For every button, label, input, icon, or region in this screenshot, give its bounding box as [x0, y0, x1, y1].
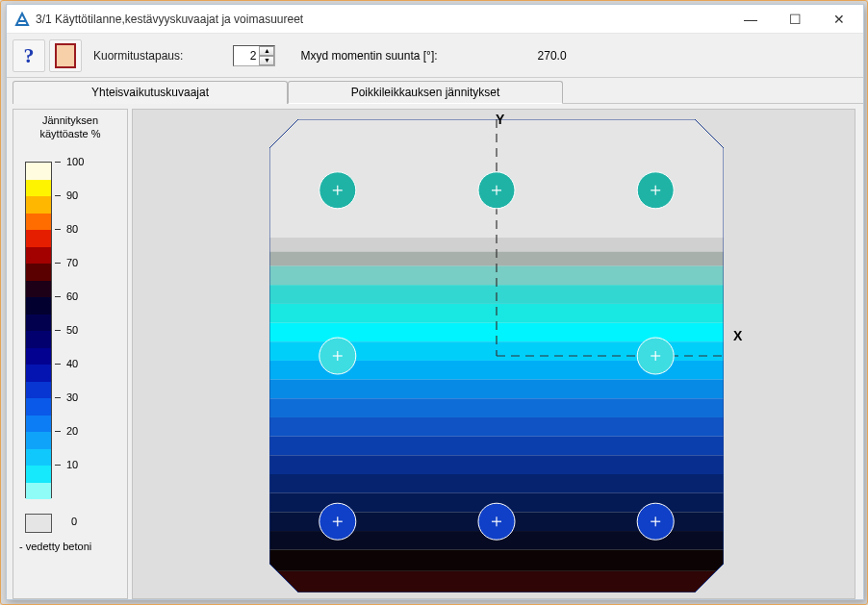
stress-canvas: Y X: [132, 109, 855, 599]
tab-interaction-diagrams[interactable]: Yhteisvaikutuskuvaajat: [13, 81, 288, 104]
svg-rect-17: [269, 474, 724, 493]
colorbar-tick: 30: [55, 391, 78, 403]
colorbar-tick: 10: [55, 459, 78, 470]
maximize-button[interactable]: ☐: [773, 5, 817, 33]
load-case-input[interactable]: [234, 46, 259, 65]
mxyd-value: 270.0: [538, 49, 567, 63]
svg-rect-15: [269, 437, 724, 456]
help-icon: ?: [24, 43, 35, 68]
legend-zero-label: 0: [71, 516, 77, 527]
svg-marker-0: [16, 13, 28, 25]
colorbar: [25, 162, 52, 498]
colorbar-tick: 60: [55, 290, 78, 302]
legend-footer: - vedetty betoni: [19, 541, 91, 552]
colorbar-tick: 40: [55, 358, 78, 369]
cross-section: [269, 119, 724, 592]
colorbar-tick: 90: [55, 189, 78, 201]
app-window: 3/1 Käyttötilanne,kestävyyskuvaajat ja v…: [6, 4, 864, 600]
axis-x-label: X: [733, 328, 742, 343]
toolbar: ? Kuormitustapaus: ▲ ▼ Mxyd momentin suu…: [7, 34, 863, 78]
load-case-spinner[interactable]: ▲ ▼: [233, 45, 275, 66]
minimize-button[interactable]: —: [728, 5, 773, 33]
svg-rect-12: [269, 380, 724, 399]
legend-title-line2: käyttöaste %: [40, 128, 101, 139]
svg-rect-14: [269, 417, 724, 437]
tab-section-stresses[interactable]: Poikkileikkauksen jännitykset: [288, 81, 563, 104]
legend-zero-swatch: [25, 514, 52, 533]
axis-y-label: Y: [496, 112, 504, 127]
window-controls: — ☐ ✕: [728, 5, 861, 33]
colorbar-tick: 70: [55, 257, 78, 268]
svg-rect-22: [269, 571, 724, 592]
svg-rect-13: [269, 398, 724, 417]
app-icon: [14, 12, 30, 27]
colorbar-tick: 20: [55, 425, 78, 437]
colorbar-tick: 100: [55, 156, 84, 167]
titlebar: 3/1 Käyttötilanne,kestävyyskuvaajat ja v…: [7, 5, 863, 34]
spin-up-button[interactable]: ▲: [259, 46, 274, 56]
load-case-label: Kuormitustapaus:: [93, 49, 183, 63]
section-icon: [55, 43, 76, 68]
spin-down-button[interactable]: ▼: [259, 56, 274, 65]
legend-panel: Jännityksen käyttöaste % 100908070605040…: [13, 109, 128, 599]
content-area: Jännityksen käyttöaste % 100908070605040…: [7, 104, 863, 605]
close-button[interactable]: ✕: [817, 5, 861, 33]
legend-title-line1: Jännityksen: [42, 114, 98, 126]
svg-rect-21: [269, 550, 724, 571]
svg-rect-16: [269, 455, 724, 474]
colorbar-tick: 50: [55, 324, 78, 336]
legend-title: Jännityksen käyttöaste %: [13, 110, 127, 149]
help-button[interactable]: ?: [13, 39, 45, 72]
section-svg: [269, 119, 724, 592]
colorbar-tick: 80: [55, 223, 78, 235]
section-button[interactable]: [49, 39, 82, 72]
mxyd-label: Mxyd momentin suunta [°]:: [300, 49, 437, 63]
window-title: 3/1 Käyttötilanne,kestävyyskuvaajat ja v…: [36, 13, 728, 26]
tabs: Yhteisvaikutuskuvaajat Poikkileikkauksen…: [13, 80, 863, 104]
